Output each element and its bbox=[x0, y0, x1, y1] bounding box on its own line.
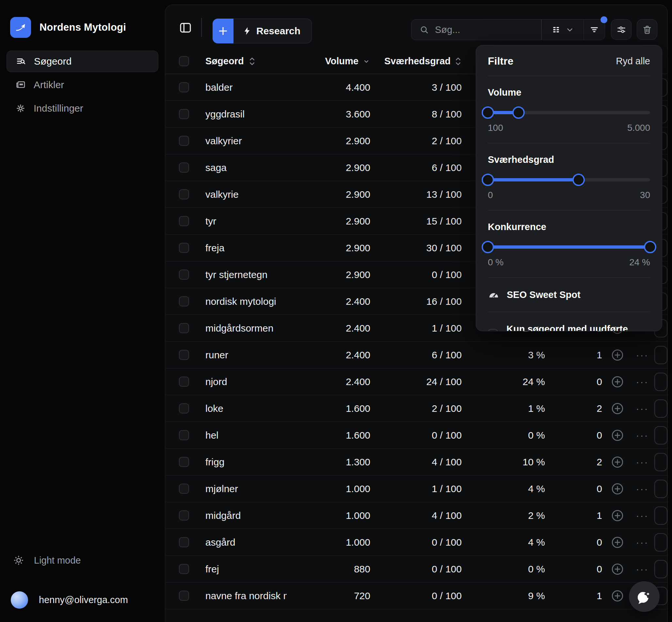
filter-checkbox[interactable] bbox=[488, 329, 498, 331]
add-article-button[interactable] bbox=[603, 429, 632, 442]
row-checkbox[interactable] bbox=[179, 510, 189, 520]
row-action-stub[interactable] bbox=[652, 453, 667, 471]
table-row[interactable]: navne fra nordisk mytologi 720 0 / 100 9… bbox=[165, 583, 667, 609]
competition-cell: 1 % bbox=[462, 403, 546, 414]
row-menu-button[interactable]: ··· bbox=[632, 483, 652, 494]
header-difficulty[interactable]: Sværhedsgrad bbox=[371, 56, 462, 67]
row-checkbox[interactable] bbox=[179, 109, 189, 119]
light-mode-toggle[interactable]: Light mode bbox=[13, 555, 81, 566]
row-action-stub[interactable] bbox=[652, 373, 667, 391]
row-checkbox[interactable] bbox=[179, 564, 189, 574]
row-menu-button[interactable]: ··· bbox=[632, 510, 652, 521]
add-article-button[interactable] bbox=[603, 402, 632, 415]
add-article-button[interactable] bbox=[603, 482, 632, 495]
row-checkbox[interactable] bbox=[179, 270, 189, 280]
row-menu-button[interactable]: ··· bbox=[632, 403, 652, 414]
sidebar-collapse-button[interactable] bbox=[177, 19, 194, 36]
row-action-stub[interactable] bbox=[652, 480, 667, 498]
header-keyword[interactable]: Søgeord bbox=[198, 56, 287, 67]
row-checkbox[interactable] bbox=[179, 82, 189, 92]
row-checkbox[interactable] bbox=[179, 403, 189, 413]
search-icon bbox=[419, 25, 429, 35]
slider-max-label: 5.000 bbox=[627, 123, 650, 133]
row-action-stub[interactable] bbox=[652, 560, 667, 578]
volume-cell: 4.400 bbox=[287, 82, 371, 93]
add-article-button[interactable] bbox=[603, 375, 632, 388]
table-row[interactable]: midgård 1.000 4 / 100 2 % 1 ··· bbox=[165, 502, 667, 529]
header-volume[interactable]: Volume bbox=[287, 56, 371, 67]
seo-sweet-spot-toggle[interactable]: SEO Sweet Spot bbox=[488, 278, 650, 312]
slider-handle-min[interactable] bbox=[482, 241, 494, 253]
keyword-cell: frej bbox=[198, 563, 287, 575]
add-article-button[interactable] bbox=[603, 349, 632, 361]
select-all-checkbox[interactable] bbox=[179, 56, 189, 66]
table-row[interactable]: runer 2.400 6 / 100 3 % 1 ··· bbox=[165, 342, 667, 369]
filter-button[interactable] bbox=[584, 20, 605, 40]
slider-handle-max[interactable] bbox=[572, 174, 585, 186]
user-account[interactable]: henny@oliverga.com bbox=[11, 591, 128, 609]
row-checkbox[interactable] bbox=[179, 189, 189, 199]
volume-cell: 2.900 bbox=[287, 269, 371, 280]
sidebar-item-soegeord[interactable]: Søgeord bbox=[6, 50, 158, 72]
settings-sliders-button[interactable] bbox=[611, 19, 632, 40]
row-action-stub[interactable] bbox=[652, 426, 667, 445]
row-action-stub[interactable] bbox=[652, 400, 667, 418]
difficulty-cell: 0 / 100 bbox=[371, 563, 462, 575]
search-input[interactable]: Søg... bbox=[411, 20, 541, 40]
row-action-stub[interactable] bbox=[652, 533, 667, 552]
table-row[interactable]: frej 880 0 / 100 0 % 0 ··· bbox=[165, 556, 667, 583]
app-logo-icon bbox=[10, 17, 31, 38]
row-checkbox[interactable] bbox=[179, 296, 189, 306]
slider-handle-max[interactable] bbox=[644, 241, 656, 253]
table-row[interactable]: asgård 1.000 0 / 100 4 % 0 ··· bbox=[165, 529, 667, 556]
add-article-button[interactable] bbox=[603, 509, 632, 522]
ai-assistant-button[interactable] bbox=[629, 581, 660, 612]
add-article-button[interactable] bbox=[603, 536, 632, 549]
row-checkbox[interactable] bbox=[179, 350, 189, 360]
sidebar-item-indstillinger[interactable]: Indstillinger bbox=[6, 98, 158, 119]
row-checkbox[interactable] bbox=[179, 243, 189, 253]
slider-handle-max[interactable] bbox=[512, 106, 525, 119]
slider-handle-min[interactable] bbox=[482, 174, 494, 186]
clear-all-filters-button[interactable]: Ryd alle bbox=[616, 56, 650, 67]
row-checkbox[interactable] bbox=[179, 457, 189, 467]
row-checkbox[interactable] bbox=[179, 484, 189, 494]
row-checkbox[interactable] bbox=[179, 537, 189, 547]
row-checkbox[interactable] bbox=[179, 323, 189, 333]
volume-cell: 2.400 bbox=[287, 296, 371, 307]
columns-view-button[interactable] bbox=[542, 20, 583, 40]
difficulty-cell: 6 / 100 bbox=[371, 349, 462, 360]
newspaper-icon bbox=[15, 80, 26, 90]
row-menu-button[interactable]: ··· bbox=[632, 430, 652, 441]
sidebar-item-artikler[interactable]: Artikler bbox=[6, 74, 158, 96]
row-menu-button[interactable]: ··· bbox=[632, 537, 652, 548]
row-menu-button[interactable]: ··· bbox=[632, 376, 652, 387]
row-menu-button[interactable]: ··· bbox=[632, 563, 652, 575]
add-article-button[interactable] bbox=[603, 563, 632, 576]
range-slider[interactable] bbox=[488, 174, 650, 186]
row-checkbox[interactable] bbox=[179, 163, 189, 173]
row-action-stub[interactable] bbox=[652, 346, 667, 364]
table-row[interactable]: frigg 1.300 4 / 100 10 % 2 ··· bbox=[165, 449, 667, 476]
row-checkbox[interactable] bbox=[179, 591, 189, 601]
range-slider[interactable] bbox=[488, 106, 650, 119]
row-action-stub[interactable] bbox=[652, 507, 667, 525]
range-slider[interactable] bbox=[488, 241, 650, 253]
slider-handle-min[interactable] bbox=[482, 106, 494, 119]
row-checkbox[interactable] bbox=[179, 136, 189, 146]
row-checkbox[interactable] bbox=[179, 377, 189, 387]
unwritten-articles-filter[interactable]: Kun søgeord med uudførte artikler bbox=[488, 312, 650, 331]
table-row[interactable]: njord 2.400 24 / 100 24 % 0 ··· bbox=[165, 369, 667, 395]
add-keyword-button[interactable] bbox=[213, 19, 233, 43]
row-checkbox[interactable] bbox=[179, 216, 189, 226]
table-row[interactable]: hel 1.600 0 / 100 0 % 0 ··· bbox=[165, 422, 667, 449]
row-checkbox[interactable] bbox=[179, 430, 189, 440]
add-article-button[interactable] bbox=[603, 456, 632, 469]
add-article-button[interactable] bbox=[603, 589, 632, 602]
table-row[interactable]: loke 1.600 2 / 100 1 % 2 ··· bbox=[165, 395, 667, 422]
row-menu-button[interactable]: ··· bbox=[632, 456, 652, 468]
research-button[interactable]: Research bbox=[233, 19, 312, 43]
row-menu-button[interactable]: ··· bbox=[632, 349, 652, 360]
table-row[interactable]: mjølner 1.000 1 / 100 4 % 0 ··· bbox=[165, 476, 667, 502]
trash-button[interactable] bbox=[637, 19, 657, 40]
